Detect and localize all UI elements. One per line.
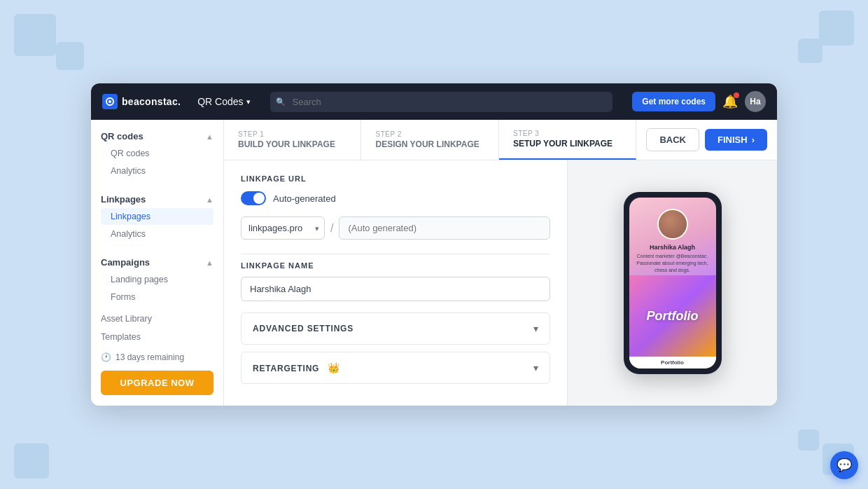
bg-decoration-7: [14, 443, 49, 478]
sidebar-linkpages-chevron: ▲: [206, 195, 214, 204]
sidebar-item-analytics-linkpages[interactable]: Analytics: [101, 226, 214, 242]
url-slash: /: [330, 222, 333, 235]
topbar-nav-chevron: ▾: [246, 97, 251, 106]
steps-bar: Step 1 BUILD YOUR LINKPAGE Step 2 DESIGN…: [224, 120, 777, 160]
step-2-title: DESIGN YOUR LINKPAGE: [375, 139, 484, 149]
phone-person-name: Harshika Alagh: [650, 244, 695, 251]
sidebar-item-qr-codes[interactable]: QR codes: [101, 145, 214, 162]
sidebar-section-header-linkpages[interactable]: Linkpages ▲: [101, 191, 214, 207]
bg-decoration-4: [798, 39, 822, 63]
sidebar-item-templates[interactable]: Templates: [91, 329, 223, 345]
notification-icon[interactable]: 🔔: [722, 94, 738, 109]
sidebar-section-linkpages: Linkpages ▲ Linkpages Analytics: [91, 183, 223, 246]
phone-portfolio-section: Portfolio: [629, 275, 716, 357]
step-actions: BACK FINISH ›: [636, 120, 777, 160]
phone-portfolio-text: Portfolio: [647, 309, 699, 324]
url-slug-input[interactable]: [339, 216, 550, 240]
notification-badge: [734, 92, 739, 98]
step-3-label: Step 3: [513, 130, 622, 137]
step-1-label: Step 1: [238, 130, 346, 138]
sidebar-qr-codes-chevron: ▲: [206, 132, 214, 141]
linkpage-name-label: LINKPAGE NAME: [241, 261, 550, 270]
retargeting-header[interactable]: RETARGETING 👑 ▾: [241, 352, 550, 383]
auto-generated-toggle[interactable]: [241, 191, 266, 205]
phone-mockup: Harshika Alagh Content marketer @Beacons…: [624, 192, 722, 374]
bg-decoration-2: [56, 42, 84, 70]
main-content: QR codes ▲ QR codes Analytics Linkpages …: [91, 120, 777, 406]
advanced-settings-header[interactable]: ADVANCED SETTINGS ▾: [241, 313, 550, 344]
logo[interactable]: beaconstac.: [102, 94, 181, 109]
retargeting-crown-icon: 👑: [328, 362, 340, 373]
back-button[interactable]: BACK: [646, 128, 699, 151]
topbar-nav-label: QR Codes: [197, 96, 243, 107]
finish-arrow-icon: ›: [752, 135, 755, 145]
sidebar-section-label-campaigns: Campaigns: [101, 257, 150, 268]
search-input[interactable]: [270, 92, 613, 112]
logo-icon: [102, 94, 118, 109]
finish-button[interactable]: FINISH ›: [705, 129, 767, 151]
preview-panel: Harshika Alagh Content marketer @Beacons…: [567, 160, 777, 406]
step-1[interactable]: Step 1 BUILD YOUR LINKPAGE: [224, 120, 361, 160]
advanced-settings-title: ADVANCED SETTINGS: [253, 324, 354, 333]
setup-form: LINKPAGE URL Auto-generated linkpages.pr…: [224, 160, 567, 406]
auto-generated-label: Auto-generated: [273, 193, 336, 204]
sidebar-section-header-qr-codes[interactable]: QR codes ▲: [101, 128, 214, 144]
step-1-title: BUILD YOUR LINKPAGE: [238, 139, 346, 149]
sidebar-item-forms[interactable]: Forms: [101, 289, 214, 305]
clock-icon: 🕐: [101, 352, 111, 362]
retargeting-accordion: RETARGETING 👑 ▾: [241, 352, 550, 384]
sidebar-section-header-campaigns[interactable]: Campaigns ▲: [101, 254, 214, 270]
topbar: beaconstac. QR Codes ▾ Get more codes 🔔 …: [91, 83, 777, 120]
toggle-slider: [241, 191, 266, 205]
advanced-settings-chevron-icon: ▾: [533, 323, 538, 334]
trial-text: 13 days remaining: [115, 352, 184, 362]
retargeting-chevron-icon: ▾: [533, 362, 538, 373]
sidebar-item-asset-library[interactable]: Asset Library: [91, 310, 223, 327]
chat-bubble-button[interactable]: 💬: [830, 451, 858, 479]
topbar-actions: Get more codes 🔔 Ha: [632, 91, 766, 112]
step-2-label: Step 2: [375, 130, 484, 138]
sidebar-section-campaigns: Campaigns ▲ Landing pages Forms: [91, 246, 223, 309]
step-3-title: SETUP YOUR LINKPAGE: [513, 139, 622, 149]
retargeting-title: RETARGETING 👑: [253, 362, 340, 373]
content-area: Step 1 BUILD YOUR LINKPAGE Step 2 DESIGN…: [224, 120, 777, 406]
separator-1: [241, 254, 550, 254]
setup-content: LINKPAGE URL Auto-generated linkpages.pr…: [224, 160, 777, 406]
url-row: linkpages.pro /: [241, 216, 550, 240]
avatar[interactable]: Ha: [745, 91, 766, 112]
sidebar-item-analytics-qr[interactable]: Analytics: [101, 163, 214, 179]
linkpage-url-label: LINKPAGE URL: [241, 174, 550, 183]
sidebar-section-label-qr-codes: QR codes: [101, 131, 144, 142]
phone-avatar-img: [659, 210, 687, 238]
svg-point-2: [108, 100, 111, 103]
toggle-row: Auto-generated: [241, 191, 550, 205]
bg-decoration-1: [14, 14, 56, 56]
step-2[interactable]: Step 2 DESIGN YOUR LINKPAGE: [361, 120, 498, 160]
topbar-nav[interactable]: QR Codes ▾: [197, 96, 250, 107]
sidebar-item-linkpages[interactable]: Linkpages: [101, 208, 214, 225]
phone-footer-label: Portfolio: [629, 357, 716, 369]
get-more-codes-button[interactable]: Get more codes: [632, 92, 715, 111]
bg-decoration-3: [819, 11, 854, 46]
upgrade-now-button[interactable]: UPGRADE NOW: [101, 371, 214, 395]
sidebar-item-landing-pages[interactable]: Landing pages: [101, 271, 214, 288]
sidebar-campaigns-chevron: ▲: [206, 259, 214, 267]
sidebar: QR codes ▲ QR codes Analytics Linkpages …: [91, 120, 224, 406]
phone-person-bio: Content marketer @Beaconstac. Passionate…: [629, 251, 716, 275]
logo-text: beaconstac.: [122, 96, 181, 107]
sidebar-section-qr-codes: QR codes ▲ QR codes Analytics: [91, 120, 223, 183]
url-domain-select-wrap: linkpages.pro: [241, 216, 325, 240]
finish-label: FINISH: [718, 135, 748, 145]
main-window: beaconstac. QR Codes ▾ Get more codes 🔔 …: [91, 83, 777, 406]
chat-icon: 💬: [836, 457, 852, 473]
advanced-settings-accordion: ADVANCED SETTINGS ▾: [241, 312, 550, 345]
phone-screen: Harshika Alagh Content marketer @Beacons…: [629, 198, 716, 369]
linkpage-name-input[interactable]: [241, 277, 550, 301]
topbar-search-container: [270, 92, 613, 112]
phone-avatar: [657, 209, 688, 240]
step-3[interactable]: Step 3 SETUP YOUR LINKPAGE: [499, 120, 636, 160]
url-domain-select[interactable]: linkpages.pro: [241, 216, 325, 240]
sidebar-section-label-linkpages: Linkpages: [101, 194, 146, 205]
search-wrap: [270, 92, 613, 112]
bg-decoration-6: [798, 429, 819, 450]
